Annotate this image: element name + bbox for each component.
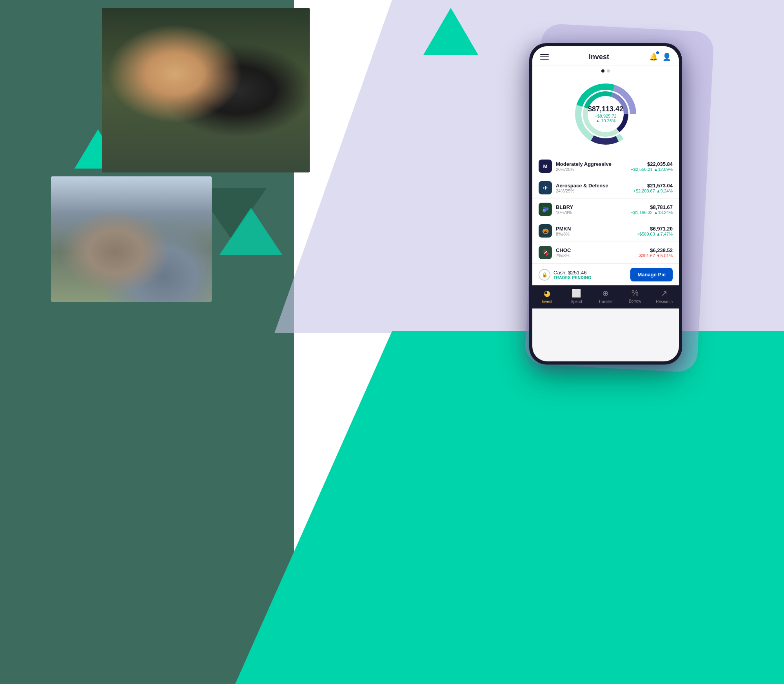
holding-row-2[interactable]: 🫐 BLBRY 10%/9% $8,781.67 +$1,186.32 ▲13.…	[532, 199, 679, 220]
portfolio-change-pct: ▲ 10.26%	[588, 118, 623, 123]
nav-item-transfer[interactable]: ⊕ Transfer	[591, 288, 621, 304]
holding-pct-3: 8%/8%	[556, 232, 637, 236]
spend-nav-label: Spend	[571, 299, 582, 304]
header-title: Invest	[549, 53, 649, 61]
borrow-nav-label: Borrow	[629, 299, 641, 303]
holding-name-1: Aerospace & Defense	[556, 183, 633, 189]
holding-icon-3: 🎃	[539, 224, 552, 238]
invest-nav-icon: ◕	[544, 288, 550, 298]
hamburger-line-1	[540, 54, 549, 55]
holding-pct-1: 24%/25%	[556, 189, 633, 193]
phone-mockup: Invest 🔔 👤	[529, 43, 682, 365]
holding-change-4: -$301.67 ▼5.01%	[638, 253, 673, 258]
phone-screen: Invest 🔔 👤	[532, 46, 679, 361]
notifications-button[interactable]: 🔔	[649, 53, 658, 61]
cash-amount-text: Cash: $251.46	[554, 270, 591, 276]
holding-row-4[interactable]: 🍫 CHOC 7%/8% $6,238.52 -$301.67 ▼5.01%	[532, 242, 679, 263]
cash-amount: $251.46	[568, 270, 587, 276]
photo-rock-climbing	[51, 176, 212, 302]
cash-icon: 🔒	[539, 269, 550, 281]
dot-page-1	[601, 69, 604, 73]
header-icons: 🔔 👤	[649, 53, 671, 61]
photo-business-meeting	[102, 8, 310, 172]
holding-amount-1: $21,573.04	[633, 183, 673, 189]
holding-values-3: $6,971.20 +$589.03 ▲7.47%	[637, 226, 673, 236]
holding-pct-4: 7%/8%	[556, 253, 638, 258]
transfer-nav-label: Transfer	[599, 299, 613, 304]
notification-dot	[656, 51, 659, 54]
nav-item-research[interactable]: ↗ Research	[650, 288, 679, 304]
holding-change-2: +$1,186.32 ▲13.24%	[631, 210, 673, 215]
holding-amount-3: $6,971.20	[637, 226, 673, 232]
cash-bar: 🔒 Cash: $251.46 TRADES PENDING Manage Pi…	[532, 263, 679, 285]
nav-item-spend[interactable]: ⬜ Spend	[562, 288, 591, 304]
holding-change-3: +$589.03 ▲7.47%	[637, 232, 673, 236]
spend-nav-icon: ⬜	[572, 288, 581, 298]
holding-name-0: Moderately Aggressive	[556, 161, 631, 167]
holdings-list: M Moderately Aggressive 26%/25% $22,035.…	[532, 156, 679, 263]
portfolio-chart-area: $87,113.42 +$8,925.72 ▲ 10.26%	[532, 75, 679, 156]
transfer-nav-icon: ⊕	[602, 288, 609, 298]
portfolio-total: $87,113.42 +$8,925.72 ▲ 10.26%	[588, 105, 623, 123]
page-dots-indicator	[532, 65, 679, 75]
cash-text-wrapper: Cash: $251.46 TRADES PENDING	[554, 270, 591, 280]
holding-values-4: $6,238.52 -$301.67 ▼5.01%	[638, 247, 673, 258]
holding-values-2: $8,781.67 +$1,186.32 ▲13.24%	[631, 204, 673, 215]
holding-details-3: PMKN 8%/8%	[556, 226, 637, 236]
nav-item-invest[interactable]: ◕ Invest	[532, 288, 562, 304]
holding-row-3[interactable]: 🎃 PMKN 8%/8% $6,971.20 +$589.03 ▲7.47%	[532, 220, 679, 242]
holding-pct-2: 10%/9%	[556, 210, 631, 215]
research-nav-label: Research	[656, 299, 673, 304]
holding-amount-4: $6,238.52	[638, 247, 673, 253]
holding-icon-0: M	[539, 160, 552, 173]
cash-info: 🔒 Cash: $251.46 TRADES PENDING	[539, 269, 591, 281]
trades-pending-label: TRADES PENDING	[554, 276, 591, 280]
holding-name-4: CHOC	[556, 247, 638, 253]
holding-change-1: +$2,203.67 ▲9.24%	[633, 189, 673, 193]
donut-chart: $87,113.42 +$8,925.72 ▲ 10.26%	[570, 79, 641, 149]
triangle-cyan-top	[423, 8, 478, 55]
holding-change-0: +$2,556.21 ▲12.89%	[631, 167, 673, 172]
hamburger-menu-button[interactable]	[540, 54, 549, 60]
phone-frame: Invest 🔔 👤	[529, 43, 682, 365]
hamburger-line-2	[540, 56, 549, 57]
holding-icon-4: 🍫	[539, 246, 552, 259]
holding-amount-2: $8,781.67	[631, 204, 673, 210]
dot-page-2	[607, 69, 610, 73]
cash-label: Cash:	[554, 270, 567, 276]
holding-name-3: PMKN	[556, 226, 637, 232]
holding-details-1: Aerospace & Defense 24%/25%	[556, 183, 633, 193]
holding-details-4: CHOC 7%/8%	[556, 247, 638, 258]
research-nav-icon: ↗	[661, 288, 668, 298]
portfolio-amount: $87,113.42	[588, 105, 623, 114]
nav-item-borrow[interactable]: % Borrow	[620, 288, 650, 304]
holding-amount-0: $22,035.84	[631, 161, 673, 167]
holding-values-0: $22,035.84 +$2,556.21 ▲12.89%	[631, 161, 673, 172]
holding-details-2: BLBRY 10%/9%	[556, 204, 631, 215]
invest-nav-label: Invest	[542, 299, 552, 304]
holding-icon-2: 🫐	[539, 203, 552, 216]
portfolio-change-amount: +$8,925.72	[588, 114, 623, 118]
borrow-nav-icon: %	[632, 288, 639, 298]
holding-icon-1: ✈	[539, 181, 552, 194]
holding-row-0[interactable]: M Moderately Aggressive 26%/25% $22,035.…	[532, 156, 679, 177]
manage-pie-button[interactable]: Manage Pie	[630, 268, 673, 281]
bottom-navigation: ◕ Invest ⬜ Spend ⊕ Transfer % Borrow ↗	[532, 285, 679, 308]
holding-values-1: $21,573.04 +$2,203.67 ▲9.24%	[633, 183, 673, 193]
hamburger-line-3	[540, 59, 549, 60]
holding-details-0: Moderately Aggressive 26%/25%	[556, 161, 631, 172]
app-header: Invest 🔔 👤	[532, 46, 679, 65]
holding-pct-0: 26%/25%	[556, 167, 631, 172]
profile-button[interactable]: 👤	[662, 53, 671, 61]
holding-name-2: BLBRY	[556, 204, 631, 210]
triangle-teal-bottom2	[220, 208, 282, 255]
holding-row-1[interactable]: ✈ Aerospace & Defense 24%/25% $21,573.04…	[532, 177, 679, 199]
